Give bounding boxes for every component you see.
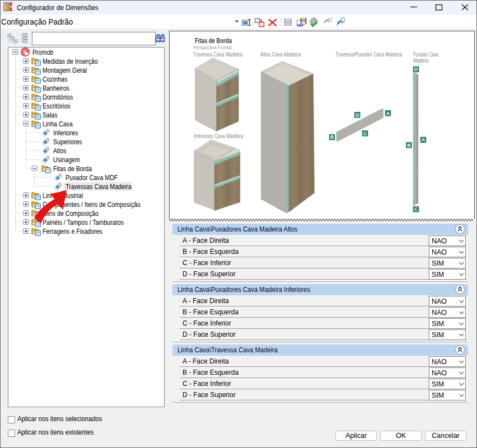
- svg-text:Linha Cava: Linha Cava: [43, 120, 73, 128]
- svg-text:A: A: [386, 111, 390, 116]
- svg-text:Dormitórios: Dormitórios: [43, 93, 73, 101]
- svg-text:Escritórios: Escritórios: [43, 102, 71, 110]
- svg-text:B: B: [407, 143, 411, 148]
- svg-text:Painéis / Tampos / Tamburatos: Painéis / Tampos / Tamburatos: [43, 219, 124, 227]
- svg-text:Medidas de Inserção: Medidas de Inserção: [43, 58, 98, 65]
- svg-text:Banheiros: Banheiros: [43, 84, 69, 92]
- svg-text:B: B: [330, 134, 334, 140]
- svg-text:Montagem Geral: Montagem Geral: [43, 67, 87, 74]
- svg-text:<a=: <a=: [297, 23, 303, 27]
- svg-text:D: D: [414, 67, 418, 72]
- svg-text:Travessa Cava Madeira: Travessa Cava Madeira: [193, 51, 242, 58]
- svg-text:Travessas Cava Madeira: Travessas Cava Madeira: [66, 183, 132, 191]
- svg-text:Perspectiva Frontal: Perspectiva Frontal: [193, 44, 232, 50]
- svg-text:C: C: [363, 131, 367, 136]
- svg-text:Puxador Cava: Puxador Cava: [413, 51, 438, 58]
- svg-text:Usinagem: Usinagem: [53, 156, 80, 164]
- svg-text:Altos Cava Madeira: Altos Cava Madeira: [260, 51, 301, 58]
- svg-text:Superiores: Superiores: [53, 138, 82, 146]
- svg-text:Promob: Promob: [32, 49, 53, 56]
- svg-text:Fitas de Borda: Fitas de Borda: [53, 165, 92, 173]
- svg-text:Ferragens e Fixadores: Ferragens e Fixadores: [43, 228, 102, 235]
- svg-text:C: C: [414, 206, 418, 212]
- svg-text:Inferiores Cava Madeira: Inferiores Cava Madeira: [194, 133, 243, 139]
- svg-text:Inferiores: Inferiores: [53, 129, 78, 137]
- svg-text:Salas: Salas: [43, 111, 58, 119]
- svg-text:A: A: [422, 137, 425, 143]
- svg-text:Itens de Composição: Itens de Composição: [43, 210, 99, 218]
- svg-text:D: D: [356, 112, 359, 118]
- svg-text:Madera: Madera: [413, 58, 428, 64]
- svg-text:Altos: Altos: [53, 147, 67, 155]
- svg-text:Travessa/Puxador Cava Madeira: Travessa/Puxador Cava Madeira: [335, 51, 402, 58]
- svg-text:Cozinhas: Cozinhas: [43, 76, 67, 83]
- svg-text:Puxador Cava MDF: Puxador Cava MDF: [66, 174, 118, 182]
